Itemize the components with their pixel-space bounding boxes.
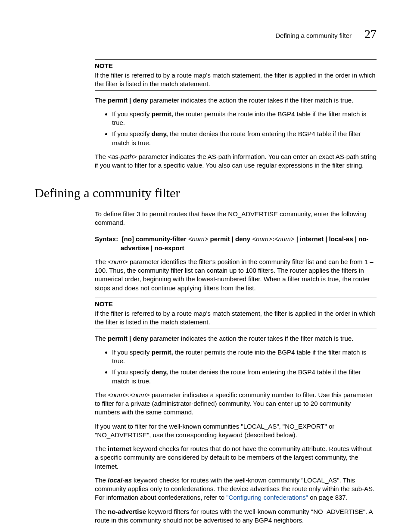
num-paragraph: The <num> parameter identifies the filte… (95, 258, 377, 292)
internet-paragraph: The internet keyword checks for routes t… (95, 445, 377, 471)
num-param: <num> (108, 258, 128, 265)
list-item: If you specify deny, the router denies t… (112, 130, 377, 147)
text: on page 837. (308, 494, 348, 501)
text: If you specify (112, 130, 152, 137)
running-title: Defining a community filter (275, 31, 352, 40)
text: The (95, 508, 108, 515)
deny-keyword: deny, (152, 368, 168, 376)
syntax-block: Syntax: [no] community-filter <num> perm… (95, 235, 377, 252)
note-label-2: NOTE (95, 300, 377, 308)
note-rule-top-2 (95, 298, 377, 298)
text: The (95, 391, 108, 398)
permit-deny-list-1: If you specify permit, the router permit… (95, 110, 377, 147)
as-path-paragraph: The <as-path> parameter indicates the AS… (95, 152, 377, 170)
text: If you specify (112, 348, 152, 356)
syntax-permit-deny: permit | deny (208, 235, 252, 243)
as-path-param: <as-path> (108, 153, 137, 160)
text: If you specify (112, 110, 152, 118)
note-label-1: NOTE (95, 62, 377, 70)
list-item: If you specify deny, the router denies t… (112, 368, 377, 386)
syntax-line: Syntax: [no] community-filter <num> perm… (95, 235, 377, 252)
page: Defining a community filter 27 NOTE If t… (0, 0, 411, 532)
text: The (95, 335, 108, 342)
intro-paragraph: To define filter 3 to permit routes that… (95, 210, 377, 227)
local-as-paragraph: The local-as keyword checks for routes w… (95, 476, 377, 502)
local-as-keyword: local-as (108, 476, 132, 484)
syntax-label: Syntax: (95, 235, 118, 243)
note-text-1: If the filter is referred to by a route … (95, 71, 377, 89)
permit-deny-intro-2: The permit | deny parameter indicates th… (95, 334, 377, 343)
text: The (95, 258, 108, 265)
list-item: If you specify permit, the router permit… (112, 348, 377, 366)
wellknown-paragraph: If you want to filter for the well-known… (95, 422, 377, 440)
note-rule-bottom-1 (95, 90, 377, 91)
no-advertise-paragraph: The no-advertise keyword filters for rou… (95, 507, 377, 525)
configuring-confederations-link[interactable]: "Configuring confederations" (226, 494, 308, 501)
text: parameter indicates the action the route… (148, 335, 353, 342)
numnum-paragraph: The <num>:<num> parameter indicates a sp… (95, 391, 377, 417)
running-header: Defining a community filter 27 (34, 26, 377, 42)
permit-deny-list-2: If you specify permit, the router permit… (95, 348, 377, 386)
chapter-number: 27 (364, 26, 377, 42)
syntax-num1: <num> (188, 235, 209, 243)
syntax-no: [no] (122, 235, 134, 243)
text: parameter identifies the filter's positi… (95, 258, 374, 292)
content: NOTE If the filter is referred to by a r… (95, 59, 377, 170)
note-rule-bottom-2 (95, 329, 377, 329)
syntax-num3: <num> (274, 235, 295, 243)
section-content: To define filter 3 to permit routes that… (95, 210, 377, 525)
text: parameter indicates the action the route… (148, 96, 353, 104)
permit-deny-intro-1: The permit | deny parameter indicates th… (95, 96, 377, 105)
text: parameter indicates the AS-path informat… (95, 153, 377, 169)
text: The (95, 96, 108, 104)
permit-keyword: permit, (152, 348, 173, 356)
internet-keyword: internet (108, 445, 131, 452)
numnum-param: <num>:<num> (108, 391, 150, 398)
permit-deny-keyword: permit | deny (108, 335, 148, 342)
text: If you specify (112, 368, 152, 376)
syntax-num2: <num> (252, 235, 272, 243)
permit-deny-keyword: permit | deny (108, 96, 148, 104)
no-advertise-keyword: no-advertise (108, 508, 146, 515)
text: The (95, 153, 108, 160)
permit-keyword: permit, (152, 110, 173, 118)
note-rule-top-1 (95, 59, 377, 60)
list-item: If you specify permit, the router permit… (112, 110, 377, 128)
text: keyword checks for routes that do not ha… (95, 445, 372, 470)
section-title: Defining a community filter (34, 184, 377, 202)
deny-keyword: deny, (152, 130, 168, 137)
text: The (95, 476, 108, 484)
note-text-2: If the filter is referred to by a route … (95, 309, 377, 327)
syntax-cmd: community-filter (134, 235, 188, 243)
text: The (95, 445, 108, 452)
